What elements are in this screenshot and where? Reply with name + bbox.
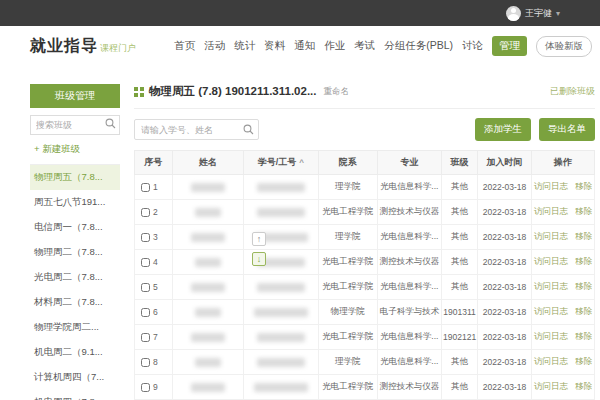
row-checkbox[interactable] (141, 258, 150, 267)
add-student-button[interactable]: 添加学生 (475, 118, 531, 141)
nav-item[interactable]: 讨论 (462, 39, 483, 53)
chevron-down-icon: ▾ (556, 9, 560, 18)
scroll-up-button[interactable]: ↑ (252, 232, 266, 246)
visit-log-link[interactable]: 访问日志 (534, 256, 568, 266)
table-body: 1 理学院 光电信息科学... 其他 2022-03-18 访问日志 移除 (135, 175, 595, 400)
row-index: 3 (153, 232, 158, 242)
deleted-classes-link[interactable]: 已删除班级 (550, 85, 595, 98)
row-index: 6 (153, 307, 158, 317)
redacted-name (191, 183, 225, 192)
row-checkbox[interactable] (141, 333, 150, 342)
nav-item[interactable]: 通知 (294, 39, 315, 53)
row-checkbox[interactable] (141, 233, 150, 242)
remove-link[interactable]: 移除 (575, 181, 592, 191)
remove-link[interactable]: 移除 (575, 381, 592, 391)
nav-item[interactable]: 资料 (264, 39, 285, 53)
cell-class: 其他 (442, 250, 478, 275)
sidebar-class-item[interactable]: 电信周一（7.8... (30, 215, 120, 240)
cell-department: 光电工程学院 (318, 275, 377, 300)
student-row: 3 理学院 光电信息科学... 其他 2022-03-18 访问日志 移除 (135, 225, 595, 250)
visit-log-link[interactable]: 访问日志 (534, 331, 568, 341)
sidebar-class-item[interactable]: 光电周二（7.8... (30, 265, 120, 290)
nav-item[interactable]: 活动 (204, 39, 225, 53)
visit-log-link[interactable]: 访问日志 (534, 231, 568, 241)
main-nav: 首页 活动 统计 资料 通知 作业 考试 分组任务(PBL) 讨论 管理 体验新… (174, 36, 592, 57)
row-index: 5 (153, 282, 158, 292)
cell-major: 测控技术与仪器 (377, 375, 442, 400)
nav-item-manage[interactable]: 管理 (492, 36, 527, 56)
student-row: 9 光电工程学院 测控技术与仪器 其他 2022-03-18 访问日志 移除 (135, 375, 595, 400)
student-row: 8 理学院 光电信息科学... 其他 2022-03-18 访问日志 移除 (135, 350, 595, 375)
row-checkbox[interactable] (141, 283, 150, 292)
cell-major: 光电信息科学... (377, 225, 442, 250)
sidebar-class-item[interactable]: 材料周二（7.8... (30, 290, 120, 315)
visit-log-link[interactable]: 访问日志 (534, 181, 568, 191)
student-search-input[interactable] (134, 119, 259, 140)
cell-department: 光电工程学院 (318, 325, 377, 350)
cell-major: 光电信息科学... (377, 275, 442, 300)
student-row: 5 光电工程学院 光电信息科学... 其他 2022-03-18 访问日志 移除 (135, 275, 595, 300)
row-checkbox[interactable] (141, 358, 150, 367)
col-class: 班级 (442, 151, 478, 175)
new-version-button[interactable]: 体验新版 (536, 36, 592, 57)
row-index: 2 (153, 207, 158, 217)
cell-major: 光电信息科学... (377, 350, 442, 375)
cell-department: 光电工程学院 (318, 250, 377, 275)
main-panel: 物理周五 (7.8) 1901211.311.02... 重命名 已删除班级 添… (134, 84, 595, 400)
row-checkbox[interactable] (141, 383, 150, 392)
visit-log-link[interactable]: 访问日志 (534, 306, 568, 316)
cell-join-date: 2022-03-18 (477, 250, 531, 275)
nav-item[interactable]: 统计 (234, 39, 255, 53)
redacted-student-id (257, 283, 305, 292)
table-header-row: 序号 姓名 学号/工号^ 院系 专业 班级 加入时间 操作 (135, 151, 595, 175)
remove-link[interactable]: 移除 (575, 231, 592, 241)
app-logo[interactable]: 就业指导课程门户 (30, 36, 136, 57)
scroll-down-button[interactable]: ↓ (252, 252, 266, 266)
row-checkbox[interactable] (141, 183, 150, 192)
sort-asc-icon[interactable]: ^ (299, 158, 304, 167)
rename-button[interactable]: 重命名 (324, 86, 350, 98)
cell-class: 其他 (442, 175, 478, 200)
col-student-id[interactable]: 学号/工号^ (243, 151, 318, 175)
cell-join-date: 2022-03-18 (477, 325, 531, 350)
visit-log-link[interactable]: 访问日志 (534, 381, 568, 391)
remove-link[interactable]: 移除 (575, 356, 592, 366)
redacted-student-id (254, 308, 308, 317)
sidebar-class-item[interactable]: 物理学院周二... (30, 315, 120, 340)
redacted-student-id (257, 333, 305, 342)
cell-class: 其他 (442, 350, 478, 375)
remove-link[interactable]: 移除 (575, 256, 592, 266)
visit-log-link[interactable]: 访问日志 (534, 206, 568, 216)
student-row: 2 光电工程学院 测控技术与仪器 其他 2022-03-18 访问日志 移除 (135, 200, 595, 225)
new-class-button[interactable]: + 新建班级 (30, 135, 120, 165)
sidebar-class-item[interactable]: 周五七八节191... (30, 190, 120, 215)
visit-log-link[interactable]: 访问日志 (534, 356, 568, 366)
visit-log-link[interactable]: 访问日志 (534, 281, 568, 291)
cell-department: 光电工程学院 (318, 375, 377, 400)
user-name: 王宇健 (525, 7, 552, 20)
nav-item[interactable]: 考试 (354, 39, 375, 53)
sidebar-class-item[interactable]: 计算机周四（7... (30, 365, 120, 390)
remove-link[interactable]: 移除 (575, 331, 592, 341)
export-list-button[interactable]: 导出名单 (539, 118, 595, 141)
nav-item[interactable]: 首页 (174, 39, 195, 53)
redacted-name (195, 358, 221, 367)
nav-item[interactable]: 作业 (324, 39, 345, 53)
row-checkbox[interactable] (141, 308, 150, 317)
cell-department: 物理学院 (318, 300, 377, 325)
remove-link[interactable]: 移除 (575, 306, 592, 316)
row-checkbox[interactable] (141, 208, 150, 217)
sidebar-class-item[interactable]: 机电周四（7.8... (30, 390, 120, 400)
col-index: 序号 (135, 151, 173, 175)
remove-link[interactable]: 移除 (575, 281, 592, 291)
sidebar-class-item[interactable]: 物理周五（7.8... (30, 165, 120, 190)
cell-class: 其他 (442, 225, 478, 250)
search-icon (243, 124, 254, 135)
sidebar-class-item[interactable]: 机电周二（9.1... (30, 340, 120, 365)
user-menu[interactable]: 王宇健 ▾ (506, 6, 560, 21)
nav-item[interactable]: 分组任务(PBL) (384, 39, 453, 53)
cell-class: 其他 (442, 375, 478, 400)
cell-join-date: 2022-03-18 (477, 200, 531, 225)
remove-link[interactable]: 移除 (575, 206, 592, 216)
sidebar-class-item[interactable]: 物理周二（7.8... (30, 240, 120, 265)
